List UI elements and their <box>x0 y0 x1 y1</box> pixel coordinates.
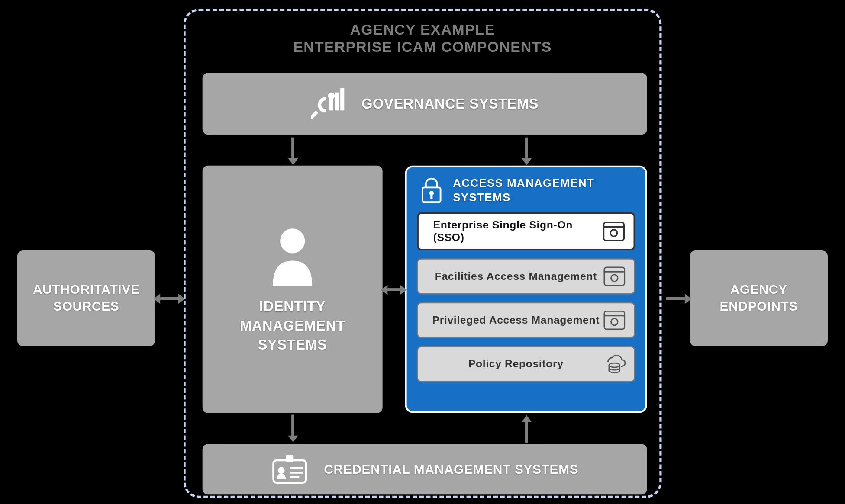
access-item-sso: Enterprise Single Sign-On (SSO) <box>417 212 635 250</box>
container-title-line2: ENTERPRISE ICAM COMPONENTS <box>293 39 552 55</box>
governance-systems-label: GOVERNANCE SYSTEMS <box>361 96 539 112</box>
app-window-icon <box>603 266 626 286</box>
svg-rect-24 <box>286 455 293 462</box>
identity-management-label: IDENTITY MANAGEMENT SYSTEMS IDENTITYMANA… <box>240 297 345 354</box>
svg-rect-8 <box>430 194 432 199</box>
credential-management-box: CREDENTIAL MANAGEMENT SYSTEMS <box>203 444 647 494</box>
app-window-icon <box>602 221 626 241</box>
arrow-credential-to-access <box>525 421 528 443</box>
governance-analytics-icon <box>311 88 346 119</box>
id-card-icon <box>271 453 308 485</box>
arrow-identity-to-credential <box>291 415 294 436</box>
container-title: AGENCY EXAMPLE ENTERPRISE ICAM COMPONENT… <box>186 21 660 56</box>
access-management-header: ACCESS MANAGEMENTSYSTEMS ACCESS MANAGEME… <box>417 176 635 204</box>
access-item-policy-label: Policy Repository <box>429 358 603 370</box>
arrow-identity-access <box>387 288 400 291</box>
governance-systems-box: GOVERNANCE SYSTEMS <box>203 73 647 135</box>
access-item-privileged-label: Privileged Access Management <box>429 314 603 327</box>
user-icon <box>264 224 321 286</box>
access-item-facilities: Facilities Access Management <box>417 258 635 294</box>
arrow-auth-to-identity <box>160 297 179 300</box>
authoritative-sources-box: AUTHORITATIVE SOURCES <box>17 250 155 346</box>
arrow-gov-to-identity <box>291 138 294 159</box>
app-window-icon <box>603 310 626 331</box>
svg-point-11 <box>610 230 617 237</box>
access-management-box: ACCESS MANAGEMENTSYSTEMS ACCESS MANAGEME… <box>405 166 647 413</box>
svg-rect-4 <box>311 111 318 119</box>
svg-point-5 <box>280 229 305 254</box>
authoritative-sources-label: AUTHORITATIVE SOURCES <box>17 282 155 315</box>
svg-rect-9 <box>604 222 624 241</box>
access-management-label: ACCESS MANAGEMENTSYSTEMS ACCESS MANAGEME… <box>453 176 594 204</box>
svg-point-21 <box>611 318 618 325</box>
agency-endpoints-label: AGENCY ENDPOINTS <box>690 282 828 315</box>
lock-icon <box>419 176 444 204</box>
access-item-facilities-label: Facilities Access Management <box>429 270 603 283</box>
svg-point-25 <box>278 467 285 474</box>
access-item-sso-label: Enterprise Single Sign-On (SSO) <box>430 219 602 244</box>
svg-point-3 <box>328 93 335 100</box>
cloud-database-icon <box>603 353 626 376</box>
agency-endpoints-box: AGENCY ENDPOINTS <box>690 250 828 346</box>
svg-rect-19 <box>604 311 625 329</box>
svg-rect-2 <box>340 88 344 110</box>
svg-rect-0 <box>329 98 333 111</box>
access-item-policy: Policy Repository <box>417 346 635 382</box>
svg-point-22 <box>609 363 620 367</box>
enterprise-container: AGENCY EXAMPLE ENTERPRISE ICAM COMPONENT… <box>184 9 662 498</box>
svg-rect-1 <box>335 93 339 111</box>
arrow-gov-to-access <box>525 138 528 159</box>
svg-point-18 <box>611 275 618 282</box>
access-item-privileged: Privileged Access Management <box>417 302 635 338</box>
arrow-access-to-endpoints <box>666 297 685 300</box>
svg-rect-16 <box>604 267 625 286</box>
identity-management-box: IDENTITY MANAGEMENT SYSTEMS IDENTITYMANA… <box>203 166 383 413</box>
credential-management-label: CREDENTIAL MANAGEMENT SYSTEMS <box>324 462 578 477</box>
container-title-line1: AGENCY EXAMPLE <box>350 21 495 38</box>
